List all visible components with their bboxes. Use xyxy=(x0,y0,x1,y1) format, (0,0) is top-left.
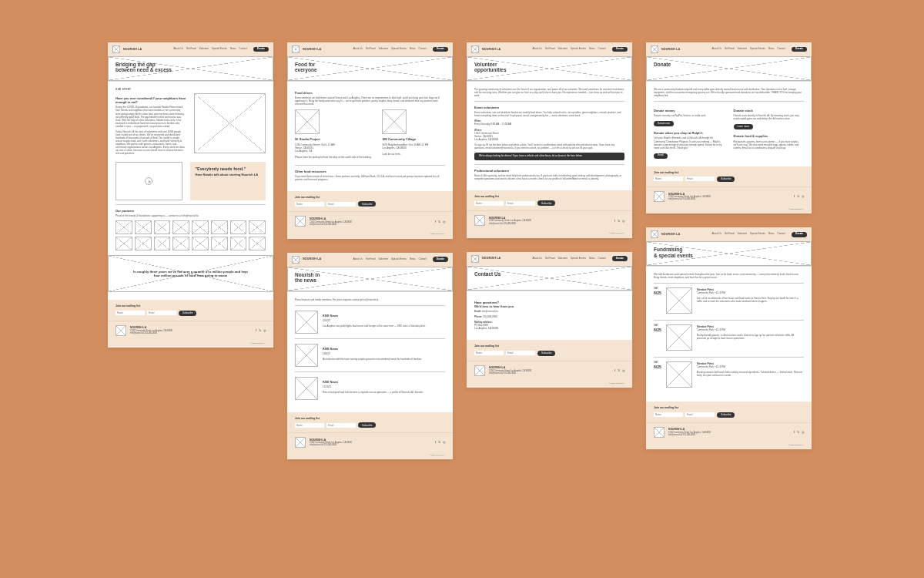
location-image xyxy=(382,109,407,134)
event-image xyxy=(666,287,692,314)
page-news: NOURISH LAAbout UsGet FoodVolunteerSpeci… xyxy=(287,253,453,460)
partners-heading: Our partners xyxy=(116,209,266,213)
footer-logo-icon xyxy=(116,325,126,336)
donate-button[interactable]: Donate xyxy=(253,47,269,52)
event-item[interactable]: SAT6/25 Venice FestCommunity Park • 12–6… xyxy=(654,361,804,388)
location-image xyxy=(295,109,320,134)
stock-button[interactable]: Learn more xyxy=(734,124,753,129)
donate-food-heading: Donate food & supplies xyxy=(734,134,805,138)
news-item[interactable]: KNX News1/08/22An interview with the tea… xyxy=(295,344,445,367)
partners-sub: Proud of the brands & foundations suppor… xyxy=(116,214,266,217)
nav-about[interactable]: About Us xyxy=(174,48,183,51)
donate-stock-heading: Donate stock xyxy=(734,109,805,113)
page-donate: NOURISH LAAbout UsGet FoodVolunteerSpeci… xyxy=(646,42,812,213)
facebook-icon[interactable]: f xyxy=(256,328,256,332)
ralphs-heading: Donate when you shop at Ralph's xyxy=(654,131,725,135)
site-footer: NOURISH LA 1234 Community Street Los Ang… xyxy=(108,321,273,341)
story-subhead: Have you ever wondered if your neighbors… xyxy=(116,96,186,104)
site-header: NOURISH LA About Us Get Food Volunteer S… xyxy=(108,42,273,56)
quote-card: "Everybody needs food." Hear Natalie tal… xyxy=(190,162,266,200)
story-p2: Today, Nourish LA has tens of volunteers… xyxy=(116,130,186,155)
pro-vol-heading: Professional volunteers xyxy=(474,169,624,173)
quote-caption: Hear Natalie talk about starting Nourish… xyxy=(196,173,261,176)
other-resources-heading: Other food resources xyxy=(295,170,445,173)
hero-headline: Food foreveryone xyxy=(295,62,317,73)
video-thumbnail[interactable] xyxy=(116,162,182,200)
news-thumb xyxy=(295,311,318,334)
impact-stat: In roughly three years we've fed over a … xyxy=(108,255,273,292)
mailing-name-input[interactable] xyxy=(116,311,145,315)
footer-address: 1234 Community Street Los Angeles, CA 90… xyxy=(130,330,176,334)
location-name: W. Studio Project xyxy=(295,137,371,141)
mailing-email-input[interactable] xyxy=(147,311,176,315)
impact-stat-band: In roughly three years we've fed over a … xyxy=(108,255,273,292)
page-volunteer: NOURISH LAAbout UsGet FoodVolunteerSpeci… xyxy=(467,42,632,238)
logo-icon xyxy=(112,45,120,53)
food-drives-heading: Food drives xyxy=(295,91,445,95)
event-item[interactable]: SAT6/25 Venice FestCommunity Park • 12–6… xyxy=(654,324,804,351)
logo-icon xyxy=(292,45,300,53)
nav-events[interactable]: Special Events xyxy=(212,48,227,51)
driver-cta[interactable]: We're always looking for drivers! If you… xyxy=(474,153,624,160)
enroll-button[interactable]: Enroll xyxy=(654,153,668,159)
page-food: NOURISH LAAbout UsGet FoodVolunteerSpeci… xyxy=(287,42,453,239)
brand-name: NOURISH LA xyxy=(123,48,142,52)
primary-nav[interactable]: About Us Get Food Volunteer Special Even… xyxy=(174,48,247,51)
news-item[interactable]: KNX News3/14/22Los Angeles non-profit fi… xyxy=(295,311,445,334)
donate-now-button[interactable]: Donate now xyxy=(654,121,674,126)
nav-news[interactable]: News xyxy=(230,48,236,51)
donate-money-heading: Donate money xyxy=(654,109,725,113)
nav-contact[interactable]: Contact xyxy=(239,48,246,51)
page-contact: NOURISH LAAbout UsGet FoodVolunteerSpeci… xyxy=(467,252,632,388)
twitter-icon[interactable]: 𝕏 xyxy=(259,328,261,332)
wireframe-canvas: NOURISH LA About Us Get Food Volunteer S… xyxy=(0,0,924,578)
partner-logo-grid xyxy=(116,220,266,250)
kicker: OUR STORY xyxy=(116,88,266,91)
story-p1: During the COVID-19 pandemic, our founde… xyxy=(116,106,186,127)
nav-food[interactable]: Get Food xyxy=(186,48,196,51)
page-events: NOURISH LAAbout UsGet FoodVolunteerSpeci… xyxy=(646,227,812,449)
pull-quote: "Everybody needs food." xyxy=(196,166,261,171)
subscribe-button[interactable]: Subscribe xyxy=(179,311,196,316)
news-item[interactable]: KNX News11/20/21How a backyard food hub … xyxy=(295,377,445,400)
nav-volunteer[interactable]: Volunteer xyxy=(199,48,209,51)
play-icon xyxy=(145,177,152,185)
event-item[interactable]: SAT6/25 Venice FestCommunity Park • 12–6… xyxy=(654,287,804,314)
instagram-icon[interactable]: ◎ xyxy=(263,328,266,332)
copyright: © 2022 Nourish LA xyxy=(108,341,273,348)
page-home: NOURISH LA About Us Get Food Volunteer S… xyxy=(108,42,273,348)
hero-headline: Bridging the gapbetween need & excess xyxy=(116,62,172,73)
event-vol-heading: Event volunteers xyxy=(474,106,624,109)
mailing-list: Join our mailing list Subscribe xyxy=(108,300,273,320)
location-name: SW Community Village xyxy=(382,137,428,141)
mailing-label: Join our mailing list xyxy=(116,304,266,307)
story-image xyxy=(194,93,266,153)
